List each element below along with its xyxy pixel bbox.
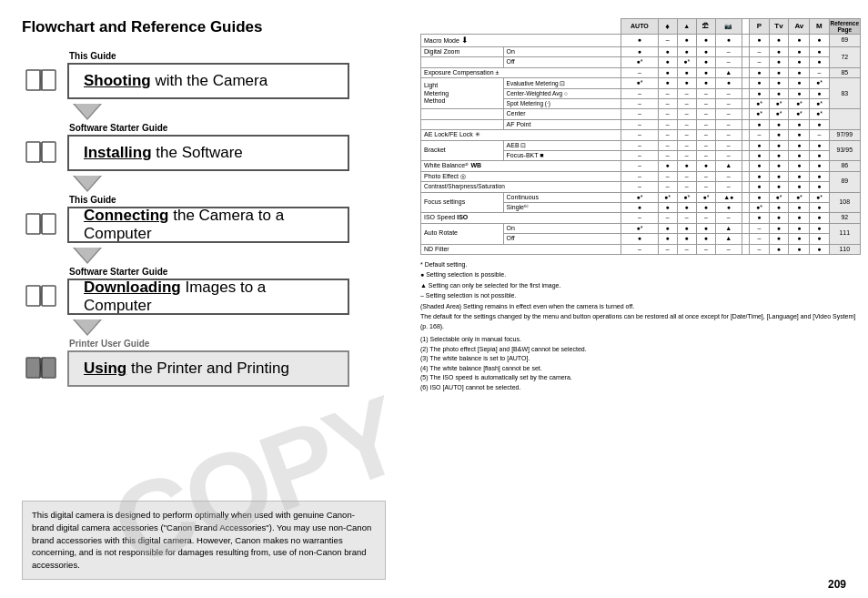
table-row: LightMeteringMethod Evaluative Metering … xyxy=(421,78,861,88)
guide-label-4: Software Starter Guide xyxy=(69,267,404,277)
table-row: AE Lock/FE Lock ✳ ––––––●●– 97/99 xyxy=(421,130,861,140)
arrow-2 xyxy=(69,175,404,195)
flow-banner-2: Installing the Software xyxy=(67,135,349,171)
table-row: Contrast/Sharpness/Saturation –––––●●●● xyxy=(421,182,861,192)
table-row: Auto Rotate On ●*●●●▲–●●● 111 xyxy=(421,223,861,233)
svg-rect-14 xyxy=(26,286,40,306)
table-notes: * Default setting. ● Setting selection i… xyxy=(420,260,861,332)
table-row: AF Point –––––●●●● xyxy=(421,119,861,129)
flow-item-5: Printer User Guide Using the Printer and… xyxy=(22,339,404,387)
arrow-4 xyxy=(69,319,404,339)
numbered-notes: (1) Selectable only in manual focus. (2)… xyxy=(420,335,861,392)
svg-marker-13 xyxy=(75,248,100,262)
table-row: Photo Effect ◎ –––––●●●● 89 xyxy=(421,171,861,181)
svg-rect-10 xyxy=(26,214,40,234)
table-row: Exposure Compensation ± –●●●▲●●●– 85 xyxy=(421,67,861,77)
svg-rect-11 xyxy=(42,214,56,234)
page-number: 209 xyxy=(828,578,846,591)
left-column: Flowchart and Reference Guides This Guid… xyxy=(22,18,404,390)
book-icon-3 xyxy=(22,208,60,241)
svg-rect-19 xyxy=(42,358,56,378)
table-row: ND Filter ––––––●●● 110 xyxy=(421,244,861,254)
svg-marker-17 xyxy=(75,319,100,334)
table-row: ISO Speed ISO –––––●●●● 92 xyxy=(421,213,861,223)
flow-banner-3: Connecting the Camera to a Computer xyxy=(67,207,349,243)
page-title: Flowchart and Reference Guides xyxy=(22,18,404,36)
table-row: White Balance²⁾ WB –●●●▲●●●● 86 xyxy=(421,161,861,171)
svg-rect-1 xyxy=(42,70,56,90)
arrow-1 xyxy=(69,103,404,123)
svg-rect-7 xyxy=(42,142,56,162)
guide-label-3: This Guide xyxy=(69,195,404,205)
book-icon-2 xyxy=(22,137,60,169)
table-row: Center –––––●*●*●*●* xyxy=(421,109,861,119)
svg-rect-0 xyxy=(26,70,40,90)
guide-label-2: Software Starter Guide xyxy=(69,123,404,133)
table-row: Bracket AEB ⊡ –––––●●●● 93/95 xyxy=(421,140,861,150)
reference-table-area: AUTO ♦ ▲ ⛱ 📷 P Tv Av M Reference Page Ma… xyxy=(420,18,861,392)
flow-item-3: This Guide Connecting the Camera to a Co… xyxy=(22,195,404,243)
guide-label-5: Printer User Guide xyxy=(69,339,404,349)
bottom-note: This digital camera is designed to perfo… xyxy=(22,501,386,580)
table-row: Macro Mode ⬇ ●–●●●●●●● 69 xyxy=(421,35,861,47)
arrow-3 xyxy=(69,247,404,267)
reference-table: AUTO ♦ ▲ ⛱ 📷 P Tv Av M Reference Page Ma… xyxy=(420,18,861,255)
svg-marker-5 xyxy=(75,104,100,118)
table-row: Digital Zoom On ●●●●––●●● 72 xyxy=(421,47,861,57)
flow-banner-5: Using the Printer and Printing xyxy=(67,350,349,387)
table-row: Off ●*●●*●––●●● xyxy=(421,57,861,67)
book-icon-4 xyxy=(22,280,60,313)
table-row: Focus settings Continuous ●*●*●*●*▲●●●*●… xyxy=(421,192,861,202)
guide-label-1: This Guide xyxy=(69,51,404,61)
flow-banner-4: Downloading Images to a Computer xyxy=(67,279,349,315)
book-icon-1 xyxy=(22,65,60,97)
svg-rect-18 xyxy=(26,358,40,378)
book-icon-5 xyxy=(22,352,60,385)
flow-item-4: Software Starter Guide Downloading Image… xyxy=(22,267,404,315)
flow-item-2: Software Starter Guide Installing the So… xyxy=(22,123,404,171)
svg-marker-9 xyxy=(75,176,100,190)
svg-rect-15 xyxy=(42,286,56,306)
svg-rect-6 xyxy=(26,142,40,162)
flow-banner-1: Shooting with the Camera xyxy=(67,63,349,99)
flow-item-1: This Guide Shooting with the Camera xyxy=(22,51,404,99)
page-container: Flowchart and Reference Guides This Guid… xyxy=(0,0,868,598)
